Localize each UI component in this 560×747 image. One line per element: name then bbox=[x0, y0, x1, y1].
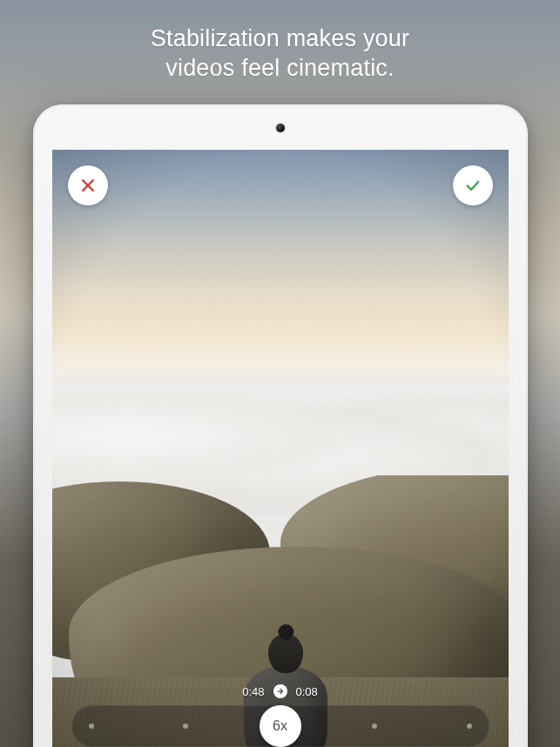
speed-tick bbox=[467, 723, 472, 729]
duration-from: 0:48 bbox=[242, 685, 264, 698]
speed-tick bbox=[183, 723, 188, 729]
speed-tick bbox=[89, 723, 94, 729]
check-icon bbox=[464, 177, 482, 194]
cancel-button[interactable] bbox=[68, 165, 108, 205]
speed-slider[interactable]: 6x bbox=[71, 705, 489, 747]
speed-tick bbox=[372, 723, 377, 729]
confirm-button[interactable] bbox=[453, 165, 493, 205]
duration-conversion: 0:48 0:08 bbox=[52, 684, 509, 698]
arrow-right-icon bbox=[273, 684, 287, 698]
headline-line-1: Stabilization makes your bbox=[0, 24, 560, 54]
headline-line-2: videos feel cinematic. bbox=[0, 54, 560, 84]
speed-knob[interactable]: 6x bbox=[260, 705, 301, 747]
speed-label: 6x bbox=[273, 718, 287, 734]
promo-background: Stabilization makes your videos feel cin… bbox=[0, 0, 560, 747]
video-preview-scene bbox=[52, 150, 509, 747]
device-screen: 0:48 0:08 6x bbox=[52, 150, 509, 747]
x-icon bbox=[79, 177, 97, 194]
duration-to: 0:08 bbox=[296, 685, 318, 698]
device-camera bbox=[276, 124, 285, 132]
tablet-device: 0:48 0:08 6x bbox=[33, 104, 528, 747]
headline: Stabilization makes your videos feel cin… bbox=[0, 24, 560, 84]
